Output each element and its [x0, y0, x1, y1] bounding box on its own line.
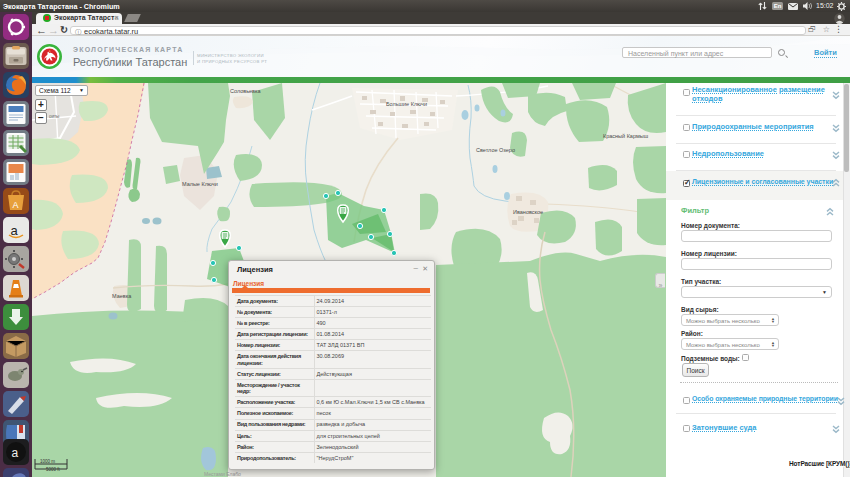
svg-text:Соловьевка: Соловьевка — [230, 88, 262, 94]
svg-text:Светлое Озеро: Светлое Озеро — [476, 147, 515, 153]
svg-text:Ивановское: Ивановское — [513, 209, 543, 215]
svg-text:Красный Кармыш: Красный Кармыш — [603, 133, 649, 139]
svg-text:A: A — [13, 200, 19, 210]
svg-text:a: a — [12, 446, 19, 460]
svg-text:Местами Елабо: Местами Елабо — [204, 471, 241, 477]
svg-text:Маевка: Маевка — [112, 293, 132, 299]
svg-text:Малые Ключи: Малые Ключи — [182, 181, 218, 187]
svg-text:1000 m: 1000 m — [40, 459, 55, 464]
svg-text:5000 ft: 5000 ft — [46, 467, 61, 472]
svg-text:Большие Ключи: Большие Ключи — [386, 101, 427, 107]
